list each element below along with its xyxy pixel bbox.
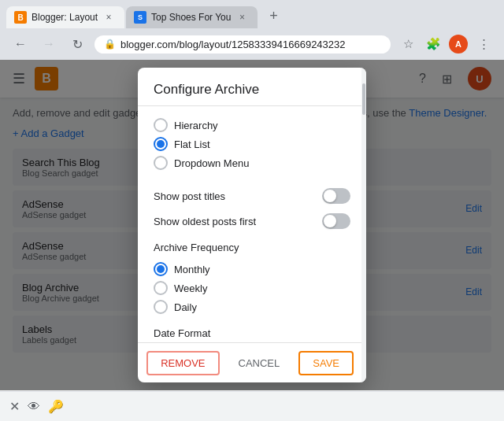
toggle-knob-2 bbox=[324, 215, 336, 227]
tab-bar: B Blogger: Layout × S Top Shoes For You … bbox=[0, 0, 504, 28]
radio-circle-flat-list bbox=[154, 137, 168, 151]
tab-blogger-close[interactable]: × bbox=[102, 11, 115, 24]
radio-label-dropdown: Dropdown Menu bbox=[174, 157, 249, 169]
url-text: blogger.com/blog/layout/1258333941666924… bbox=[120, 39, 381, 50]
extension-icon[interactable]: 🧩 bbox=[422, 33, 444, 55]
show-post-titles-row: Show post titles bbox=[154, 183, 350, 209]
radio-daily[interactable]: Daily bbox=[154, 297, 350, 316]
radio-label-daily: Daily bbox=[174, 301, 197, 313]
modal-footer: ➜ REMOVE CANCEL SAVE ➜ bbox=[138, 342, 366, 382]
tab-shoes-label: Top Shoes For You bbox=[151, 12, 231, 23]
tab-blogger-label: Blogger: Layout bbox=[32, 12, 98, 23]
toggle-knob bbox=[324, 190, 336, 202]
address-bar: ← → ↻ 🔒 blogger.com/blog/layout/12583339… bbox=[0, 28, 504, 60]
radio-inner-monthly bbox=[157, 265, 165, 273]
menu-icon[interactable]: ⋮ bbox=[472, 33, 495, 55]
radio-hierarchy[interactable]: Hierarchy bbox=[154, 116, 350, 135]
show-oldest-first-toggle[interactable] bbox=[322, 213, 350, 229]
shoes-favicon: S bbox=[134, 11, 146, 24]
frequency-group: Monthly Weekly Daily bbox=[154, 260, 350, 316]
radio-circle-weekly bbox=[154, 281, 168, 295]
lock-icon: 🔒 bbox=[104, 39, 116, 50]
close-icon[interactable]: ✕ bbox=[9, 399, 20, 414]
forward-button[interactable]: → bbox=[38, 33, 60, 55]
radio-label-flat-list: Flat List bbox=[174, 138, 210, 150]
eye-icon[interactable]: 👁 bbox=[28, 400, 40, 414]
radio-label-hierarchy: Hierarchy bbox=[174, 120, 218, 131]
page-content: ☰ B ? ⊞ U Add, remove and edit gadgets o… bbox=[0, 60, 504, 390]
radio-weekly[interactable]: Weekly bbox=[154, 279, 350, 297]
profile-icon[interactable]: A bbox=[447, 33, 469, 55]
modal-title: Configure Archive bbox=[154, 82, 350, 98]
back-button[interactable]: ← bbox=[9, 33, 32, 55]
date-format-section-label: Date Format bbox=[154, 327, 350, 339]
radio-circle-daily bbox=[154, 300, 168, 314]
blogger-favicon: B bbox=[14, 11, 27, 24]
radio-dropdown[interactable]: Dropdown Menu bbox=[154, 153, 350, 172]
modal-header: Configure Archive bbox=[138, 68, 366, 106]
archive-frequency-label: Archive Frequency bbox=[154, 242, 350, 253]
tab-top-shoes[interactable]: S Top Shoes For You × bbox=[126, 6, 258, 28]
show-post-titles-toggle[interactable] bbox=[322, 188, 350, 204]
show-oldest-first-row: Show oldest posts first bbox=[154, 209, 350, 234]
cancel-button[interactable]: CANCEL bbox=[226, 353, 293, 374]
tab-shoes-close[interactable]: × bbox=[235, 11, 248, 24]
bottom-bar: ✕ 👁 🔑 bbox=[0, 391, 504, 421]
tab-blogger-layout[interactable]: B Blogger: Layout × bbox=[6, 6, 124, 28]
configure-archive-modal: Configure Archive Hierarchy Flat List bbox=[138, 68, 366, 382]
show-oldest-first-label: Show oldest posts first bbox=[154, 216, 256, 227]
toolbar-icons: ☆ 🧩 A ⋮ bbox=[397, 33, 495, 55]
radio-label-monthly: Monthly bbox=[174, 264, 210, 275]
display-options-group: Hierarchy Flat List Dropdown Menu bbox=[154, 116, 350, 172]
radio-inner bbox=[157, 140, 165, 148]
radio-monthly[interactable]: Monthly bbox=[154, 260, 350, 279]
radio-label-weekly: Weekly bbox=[174, 283, 207, 294]
radio-circle-monthly bbox=[154, 262, 168, 276]
show-post-titles-label: Show post titles bbox=[154, 190, 225, 202]
remove-button[interactable]: REMOVE bbox=[146, 351, 219, 375]
new-tab-button[interactable]: + bbox=[262, 5, 284, 27]
key-icon[interactable]: 🔑 bbox=[48, 399, 64, 414]
radio-circle-dropdown bbox=[154, 156, 168, 170]
refresh-button[interactable]: ↻ bbox=[66, 33, 88, 55]
url-bar[interactable]: 🔒 blogger.com/blog/layout/12583339416669… bbox=[94, 35, 391, 54]
modal-scrollbar bbox=[361, 68, 366, 382]
bookmark-icon[interactable]: ☆ bbox=[397, 33, 419, 55]
save-button[interactable]: SAVE bbox=[298, 351, 354, 375]
radio-flat-list[interactable]: Flat List bbox=[154, 135, 350, 153]
modal-overlay: Configure Archive Hierarchy Flat List bbox=[0, 60, 504, 390]
browser-chrome: B Blogger: Layout × S Top Shoes For You … bbox=[0, 0, 504, 60]
radio-circle-hierarchy bbox=[154, 118, 168, 132]
modal-body: Hierarchy Flat List Dropdown Menu bbox=[138, 106, 366, 342]
avatar: A bbox=[449, 35, 468, 54]
modal-scrollbar-thumb bbox=[362, 83, 365, 115]
